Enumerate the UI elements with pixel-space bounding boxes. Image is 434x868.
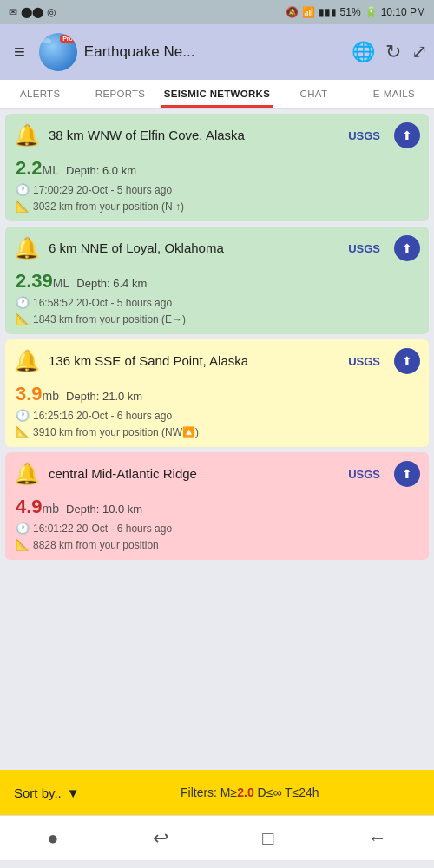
eq-time: 🕐 17:00:29 20-Oct - 5 hours ago <box>16 183 418 196</box>
battery-icon: 🔋 <box>365 6 378 18</box>
mail-icon: ✉ <box>9 6 17 18</box>
tab-bar: ALERTS REPORTS SEISMIC NETWORKS CHAT E-M… <box>0 80 434 108</box>
eq-mag-type: mb <box>43 389 59 403</box>
app-title: Earthquake Ne... <box>84 43 195 61</box>
share-icon: ⬆ <box>402 241 412 255</box>
eq-card-header: 🔔 38 km WNW of Elfin Cove, Alaska USGS ⬆ <box>5 114 429 154</box>
status-bar: ✉ ⬤⬤ ◎ 🔕 📶 ▮▮▮ 51% 🔋 10:10 PM <box>0 0 434 24</box>
eq-location: central Mid-Atlantic Ridge <box>49 465 339 483</box>
sort-label: Sort by.. <box>14 786 62 800</box>
eq-depth: Depth: 21.0 km <box>66 390 142 403</box>
clock-time: 10:10 PM <box>381 6 425 18</box>
nav-bar: ● ↩ □ ← <box>0 815 434 860</box>
nav-back-icon[interactable]: ↩ <box>153 827 168 850</box>
earthquake-icon: 🔔 <box>14 236 40 260</box>
eq-source[interactable]: USGS <box>348 355 380 368</box>
nav-dot-icon[interactable]: ● <box>47 827 58 850</box>
eq-card-header: 🔔 136 km SSE of Sand Point, Alaska USGS … <box>5 339 429 379</box>
eq-mag-type: mb <box>43 502 59 516</box>
clock-icon: 🕐 <box>16 183 30 196</box>
earthquake-icon: 🔔 <box>14 462 40 486</box>
eq-distance: 📐 3910 km from your position (NW🔼) <box>16 425 418 438</box>
eq-source[interactable]: USGS <box>348 468 380 481</box>
tab-reports[interactable]: REPORTS <box>80 80 160 108</box>
clock-icon: 🕐 <box>16 409 30 422</box>
earthquake-card: 🔔 38 km WNW of Elfin Cove, Alaska USGS ⬆… <box>5 114 429 221</box>
earthquake-icon: 🔔 <box>14 349 40 373</box>
sort-button[interactable]: Sort by.. ▼ <box>14 786 80 800</box>
nav-back-arrow-icon[interactable]: ← <box>368 827 387 850</box>
eq-card-body: 4.9mbDepth: 10.0 km 🕐 16:01:22 20-Oct - … <box>5 492 429 560</box>
dropdown-arrow-icon: ▼ <box>67 786 80 800</box>
eq-distance: 📐 1843 km from your position (E→) <box>16 312 418 326</box>
tab-emails[interactable]: E-MAILS <box>354 80 434 108</box>
share-button[interactable]: ⬆ <box>394 122 420 148</box>
clock-icon: 🕐 <box>16 522 30 535</box>
share-icon: ⬆ <box>402 128 412 142</box>
filter-display: Filters: M≥2.0 D≤∞ T≤24h <box>80 786 420 799</box>
eq-depth: Depth: 6.0 km <box>66 164 136 177</box>
eq-card-header: 🔔 central Mid-Atlantic Ridge USGS ⬆ <box>5 452 429 492</box>
share-button[interactable]: ⬆ <box>394 235 420 261</box>
eq-magnitude: 4.9 <box>16 496 43 517</box>
pro-badge: Pro <box>60 35 76 43</box>
eq-mag-type: ML <box>43 163 59 177</box>
eq-depth: Depth: 6.4 km <box>76 277 147 290</box>
eq-magnitude: 2.2 <box>16 157 43 179</box>
filter-prefix: Filters: M≥ <box>181 786 237 799</box>
earthquake-card: 🔔 136 km SSE of Sand Point, Alaska USGS … <box>5 339 429 447</box>
app-header: ≡ Pro Earthquake Ne... 🌐 ↻ ⤢ <box>0 24 434 80</box>
signal-dots: ⬤⬤ <box>21 6 43 18</box>
header-actions: 🌐 ↻ ⤢ <box>352 41 427 63</box>
eq-card-body: 3.9mbDepth: 21.0 km 🕐 16:25:16 20-Oct - … <box>5 379 429 447</box>
eq-card-body: 2.2MLDepth: 6.0 km 🕐 17:00:29 20-Oct - 5… <box>5 154 429 221</box>
sort-filter-bar: Sort by.. ▼ Filters: M≥2.0 D≤∞ T≤24h <box>0 770 434 815</box>
expand-icon[interactable]: ⤢ <box>411 41 427 63</box>
globe-action-icon[interactable]: 🌐 <box>352 41 375 63</box>
earthquake-card: 🔔 central Mid-Atlantic Ridge USGS ⬆ 4.9m… <box>5 452 429 560</box>
share-icon: ⬆ <box>402 467 412 481</box>
eq-magnitude: 2.39 <box>16 270 53 292</box>
app-logo-wrap: Pro Earthquake Ne... <box>39 33 345 71</box>
eq-magnitude: 3.9 <box>16 383 43 404</box>
earthquake-card: 🔔 6 km NNE of Loyal, Oklahoma USGS ⬆ 2.3… <box>5 227 429 334</box>
status-right: 🔕 📶 ▮▮▮ 51% 🔋 10:10 PM <box>286 6 425 18</box>
eq-card-body: 2.39MLDepth: 6.4 km 🕐 16:58:52 20-Oct - … <box>5 266 429 334</box>
wifi-icon: 📶 <box>302 6 315 18</box>
nav-home-icon[interactable]: □ <box>262 827 273 850</box>
tab-alerts[interactable]: ALERTS <box>0 80 80 108</box>
eq-distance: 📐 8828 km from your position <box>16 538 418 551</box>
eq-mag-type: ML <box>53 276 69 290</box>
eq-depth: Depth: 10.0 km <box>66 503 142 516</box>
share-icon: ⬆ <box>402 354 412 368</box>
earthquake-list: 🔔 38 km WNW of Elfin Cove, Alaska USGS ⬆… <box>0 108 434 770</box>
eq-location: 6 km NNE of Loyal, Oklahoma <box>49 240 339 257</box>
eq-location: 38 km WNW of Elfin Cove, Alaska <box>49 127 339 144</box>
filter-magnitude: 2.0 <box>237 786 253 799</box>
share-button[interactable]: ⬆ <box>394 461 420 487</box>
refresh-icon[interactable]: ↻ <box>385 41 401 63</box>
earthquake-icon: 🔔 <box>14 123 40 148</box>
gps-icon: ◎ <box>47 6 56 18</box>
clock-icon: 🕐 <box>16 296 30 309</box>
eq-card-header: 🔔 6 km NNE of Loyal, Oklahoma USGS ⬆ <box>5 227 429 266</box>
eq-distance: 📐 3032 km from your position (N ↑) <box>16 200 418 213</box>
eq-time: 🕐 16:01:22 20-Oct - 6 hours ago <box>16 522 418 535</box>
direction-icon: 📐 <box>16 538 30 551</box>
eq-time: 🕐 16:58:52 20-Oct - 5 hours ago <box>16 296 418 309</box>
eq-source[interactable]: USGS <box>348 242 380 255</box>
menu-icon[interactable]: ≡ <box>7 34 32 70</box>
signal-bars: ▮▮▮ <box>319 6 337 18</box>
eq-location: 136 km SSE of Sand Point, Alaska <box>49 352 339 370</box>
direction-icon: 📐 <box>16 200 30 213</box>
direction-icon: 📐 <box>16 425 30 438</box>
tab-chat[interactable]: CHAT <box>273 80 353 108</box>
share-button[interactable]: ⬆ <box>394 348 420 374</box>
mute-icon: 🔕 <box>286 6 299 18</box>
filter-suffix: D≤∞ T≤24h <box>254 786 319 799</box>
eq-source[interactable]: USGS <box>348 129 380 142</box>
tab-seismic-networks[interactable]: SEISMIC NETWORKS <box>161 80 273 108</box>
status-left: ✉ ⬤⬤ ◎ <box>9 6 56 18</box>
eq-time: 🕐 16:25:16 20-Oct - 6 hours ago <box>16 409 418 422</box>
globe-icon: Pro <box>39 33 77 71</box>
